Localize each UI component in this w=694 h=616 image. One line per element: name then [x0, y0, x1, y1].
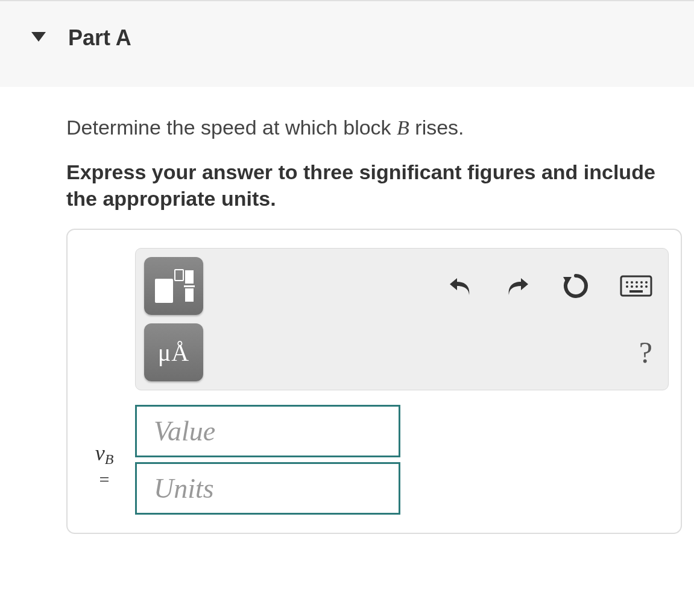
- undo-button[interactable]: [444, 271, 476, 301]
- part-body: Determine the speed at which block B ris…: [0, 87, 694, 552]
- prompt-variable: B: [397, 116, 409, 139]
- equation-toolbar: μÅ ?: [135, 248, 669, 390]
- collapse-icon: [30, 31, 47, 45]
- svg-point-8: [626, 285, 628, 288]
- reset-button[interactable]: [560, 270, 592, 302]
- redo-icon: [504, 273, 532, 299]
- templates-button[interactable]: [144, 257, 203, 315]
- reset-icon: [562, 272, 590, 300]
- svg-point-5: [636, 281, 638, 284]
- special-chars-label: μÅ: [158, 338, 189, 367]
- equals-sign: =: [81, 469, 128, 491]
- help-button[interactable]: ?: [637, 332, 655, 372]
- svg-point-7: [645, 281, 648, 284]
- svg-point-6: [640, 281, 643, 284]
- answer-panel: vB =: [66, 229, 682, 534]
- svg-marker-0: [31, 32, 46, 42]
- keyboard-icon: [620, 275, 652, 297]
- part-title: Part A: [68, 25, 131, 51]
- templates-icon: [154, 269, 194, 303]
- redo-button[interactable]: [502, 271, 534, 301]
- svg-rect-13: [629, 290, 643, 293]
- variable-sub: B: [105, 451, 114, 467]
- part-header[interactable]: Part A: [0, 0, 694, 87]
- svg-point-12: [645, 285, 648, 288]
- prompt-suffix: rises.: [409, 116, 464, 139]
- units-input[interactable]: [135, 462, 400, 515]
- keyboard-button[interactable]: [617, 273, 655, 299]
- help-icon: ?: [639, 335, 652, 370]
- svg-point-9: [631, 285, 633, 288]
- special-chars-button[interactable]: μÅ: [144, 323, 203, 381]
- svg-point-3: [626, 281, 628, 284]
- variable-v: v: [95, 441, 105, 465]
- instructions-text: Express your answer to three significant…: [66, 159, 682, 212]
- svg-point-10: [636, 285, 638, 288]
- svg-point-4: [631, 281, 633, 284]
- svg-point-11: [640, 285, 643, 288]
- prompt-text: Determine the speed at which block B ris…: [66, 114, 682, 142]
- undo-icon: [446, 273, 474, 299]
- value-input[interactable]: [135, 405, 400, 457]
- prompt-prefix: Determine the speed at which block: [66, 116, 397, 139]
- variable-label: vB =: [81, 440, 128, 515]
